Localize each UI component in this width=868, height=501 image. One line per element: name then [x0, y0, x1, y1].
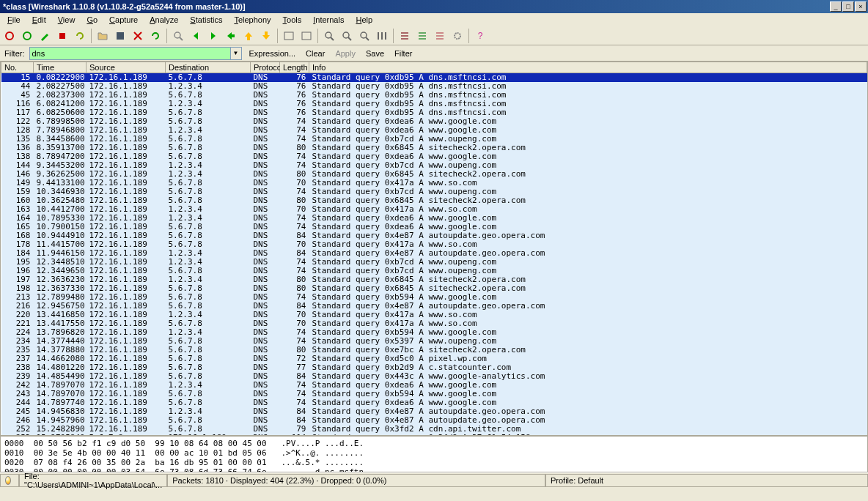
- menu-file[interactable]: File: [1, 15, 26, 25]
- packet-row[interactable]: 1499.44133100172.16.1.1895.6.7.8DNS70Sta…: [1, 179, 867, 188]
- packet-row[interactable]: 1368.35913700172.16.1.1895.6.7.8DNS80Sta…: [1, 144, 867, 152]
- packet-row[interactable]: 19612.3449650172.16.1.1895.6.7.8DNS74Sta…: [1, 267, 867, 275]
- hex-dump-pane[interactable]: 0000 00 50 56 b2 f1 c9 d0 50 99 10 08 64…: [0, 436, 868, 472]
- filter-input[interactable]: [29, 47, 242, 60]
- menu-view[interactable]: View: [52, 15, 81, 25]
- column-header[interactable]: Destination: [166, 62, 251, 73]
- fwd-icon[interactable]: [205, 28, 221, 44]
- colorize-icon[interactable]: [281, 28, 297, 44]
- packet-row[interactable]: 1166.08241200172.16.1.1891.2.3.4DNS76Sta…: [1, 100, 867, 108]
- filter-filter-button[interactable]: Filter: [391, 49, 415, 58]
- open-icon[interactable]: [95, 28, 111, 44]
- record-icon[interactable]: [1, 28, 18, 44]
- minimize-button[interactable]: _: [830, 1, 842, 12]
- last-icon[interactable]: [258, 28, 274, 44]
- column-header[interactable]: Info: [309, 62, 867, 73]
- auto-scroll-icon[interactable]: [298, 28, 315, 44]
- packet-row[interactable]: 19512.3448510172.16.1.1891.2.3.4DNS74Sta…: [1, 258, 867, 267]
- filter-apply-button[interactable]: Apply: [332, 49, 358, 58]
- menu-help[interactable]: Help: [350, 15, 378, 25]
- restart-icon[interactable]: [72, 28, 88, 44]
- back-icon[interactable]: [188, 28, 204, 44]
- find-icon[interactable]: [170, 28, 186, 44]
- menu-tools[interactable]: Tools: [277, 15, 308, 25]
- packet-row[interactable]: 23914.4854490172.16.1.1895.6.7.8DNS84Sta…: [1, 372, 867, 381]
- packet-row[interactable]: 25315.27958405.6.7.8172.16.1.189DNS114St…: [1, 434, 867, 436]
- packet-row[interactable]: 24314.7897070172.16.1.1895.6.7.8DNS74Sta…: [1, 390, 867, 398]
- packet-row[interactable]: 1388.78947200172.16.1.1895.6.7.8DNS74Sta…: [1, 152, 867, 161]
- packet-row[interactable]: 18411.9446150172.16.1.1891.2.3.4DNS84Sta…: [1, 249, 867, 258]
- packet-row[interactable]: 24414.7897740172.16.1.1895.6.7.8DNS74Sta…: [1, 398, 867, 407]
- goto-icon[interactable]: [223, 28, 239, 44]
- filter-clear-button[interactable]: Clear: [303, 49, 328, 58]
- packet-row[interactable]: 16410.7895330172.16.1.1891.2.3.4DNS74Sta…: [1, 214, 867, 223]
- reload-icon[interactable]: [147, 28, 163, 44]
- interfaces-icon[interactable]: [19, 28, 35, 44]
- menu-telephony[interactable]: Telephony: [228, 15, 276, 25]
- status-profile[interactable]: Profile: Default: [545, 474, 868, 487]
- packet-row[interactable]: 16510.7900150172.16.1.1895.6.7.8DNS74Sta…: [1, 223, 867, 231]
- packet-row[interactable]: 23514.3778880172.16.1.1895.6.7.8DNS80Sta…: [1, 346, 867, 355]
- first-icon[interactable]: [240, 28, 257, 44]
- expert-info-button[interactable]: [0, 474, 19, 487]
- menu-go[interactable]: Go: [81, 15, 103, 25]
- packet-row[interactable]: 21312.7899480172.16.1.1895.6.7.8DNS74Sta…: [1, 293, 867, 302]
- packet-row[interactable]: 23814.4801220172.16.1.1895.6.7.8DNS77Sta…: [1, 363, 867, 372]
- packet-row[interactable]: 1226.78998500172.16.1.1895.6.7.8DNS74Sta…: [1, 117, 867, 126]
- column-header[interactable]: Length: [280, 62, 309, 73]
- packet-row[interactable]: 23414.3774440172.16.1.1895.6.7.8DNS74Sta…: [1, 337, 867, 346]
- packet-row[interactable]: 442.08227500172.16.1.1891.2.3.4DNS76Stan…: [1, 82, 867, 91]
- zoom-100-icon[interactable]: [356, 28, 372, 44]
- zoom-in-icon[interactable]: [321, 28, 337, 44]
- packet-row[interactable]: 19812.3637330172.16.1.1895.6.7.8DNS80Sta…: [1, 284, 867, 293]
- packet-row[interactable]: 452.08237300172.16.1.1895.6.7.8DNS76Stan…: [1, 91, 867, 100]
- filter-dropdown-icon[interactable]: ▼: [230, 48, 241, 59]
- capture-filters-icon[interactable]: [397, 28, 413, 44]
- packet-row[interactable]: 16010.3625480172.16.1.1895.6.7.8DNS80Sta…: [1, 196, 867, 205]
- close-icon2[interactable]: [130, 28, 146, 44]
- prefs-icon[interactable]: [449, 28, 466, 44]
- menu-analyze[interactable]: Analyze: [144, 15, 184, 25]
- menu-internals[interactable]: Internals: [307, 15, 350, 25]
- display-filters-icon[interactable]: [414, 28, 430, 44]
- packet-row[interactable]: 24514.9456830172.16.1.1891.2.3.4DNS84Sta…: [1, 407, 867, 416]
- start-icon[interactable]: [37, 28, 53, 44]
- help-icon[interactable]: ?: [472, 28, 488, 44]
- column-header[interactable]: No.: [1, 62, 34, 73]
- packet-row[interactable]: 22113.4417550172.16.1.1895.6.7.8DNS70Sta…: [1, 319, 867, 328]
- packet-row[interactable]: 23714.4662080172.16.1.1895.6.7.8DNS72Sta…: [1, 355, 867, 363]
- packet-row[interactable]: 1176.08250600172.16.1.1895.6.7.8DNS76Sta…: [1, 108, 867, 117]
- packet-row[interactable]: 22413.7896820172.16.1.1891.2.3.4DNS74Sta…: [1, 328, 867, 337]
- packet-row[interactable]: 1449.34453200172.16.1.1891.2.3.4DNS74Sta…: [1, 161, 867, 170]
- column-header[interactable]: Protocol: [251, 62, 280, 73]
- column-header[interactable]: Time: [34, 62, 87, 73]
- packet-row[interactable]: 16310.4412700172.16.1.1891.2.3.4DNS70Sta…: [1, 205, 867, 214]
- packet-row[interactable]: 150.08222900172.16.1.1895.6.7.8DNS76Stan…: [1, 73, 867, 83]
- coloring-rules-icon[interactable]: [432, 28, 448, 44]
- packet-row[interactable]: 17811.4415700172.16.1.1895.6.7.8DNS70Sta…: [1, 240, 867, 249]
- maximize-button[interactable]: □: [842, 1, 854, 12]
- resize-cols-icon[interactable]: [374, 28, 390, 44]
- save-icon[interactable]: [112, 28, 128, 44]
- zoom-out-icon[interactable]: [339, 28, 355, 44]
- menu-statistics[interactable]: Statistics: [184, 15, 228, 25]
- filter-save-button[interactable]: Save: [363, 49, 387, 58]
- stop-icon[interactable]: [54, 28, 70, 44]
- packet-row[interactable]: 1358.34458600172.16.1.1895.6.7.8DNS74Sta…: [1, 135, 867, 144]
- packet-row[interactable]: 16810.9444910172.16.1.1895.6.7.8DNS84Sta…: [1, 231, 867, 240]
- packet-row[interactable]: 25215.2482890172.16.1.1895.6.7.8DNS79Sta…: [1, 425, 867, 434]
- packet-row[interactable]: 22013.4416850172.16.1.1891.2.3.4DNS70Sta…: [1, 311, 867, 319]
- menu-edit[interactable]: Edit: [26, 15, 52, 25]
- packet-row[interactable]: 21612.9456750172.16.1.1895.6.7.8DNS84Sta…: [1, 302, 867, 311]
- packet-row[interactable]: 15910.3446930172.16.1.1895.6.7.8DNS74Sta…: [1, 188, 867, 196]
- close-button[interactable]: ×: [855, 1, 867, 12]
- packet-row[interactable]: 24614.9457960172.16.1.1895.6.7.8DNS84Sta…: [1, 416, 867, 425]
- packet-row[interactable]: 19712.3636230172.16.1.1891.2.3.4DNS80Sta…: [1, 275, 867, 284]
- packet-header-row[interactable]: No.TimeSourceDestinationProtocolLengthIn…: [1, 62, 867, 73]
- packet-list-pane[interactable]: No.TimeSourceDestinationProtocolLengthIn…: [0, 62, 868, 436]
- column-header[interactable]: Source: [87, 62, 166, 73]
- packet-row[interactable]: 24214.7897070172.16.1.1891.2.3.4DNS74Sta…: [1, 381, 867, 390]
- menu-capture[interactable]: Capture: [103, 15, 144, 25]
- filter-expression-button[interactable]: Expression...: [246, 49, 299, 58]
- packet-row[interactable]: 1469.36262500172.16.1.1891.2.3.4DNS80Sta…: [1, 170, 867, 179]
